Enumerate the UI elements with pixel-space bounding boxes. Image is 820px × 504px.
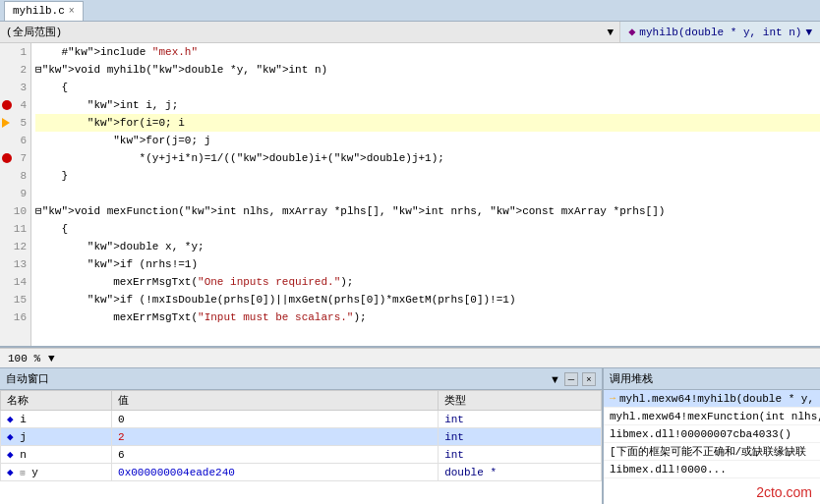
line-number: 16 [0, 308, 30, 326]
line-number: 15 [0, 291, 30, 308]
status-bar: 100 % ▼ [0, 348, 820, 367]
var-value-cell: 0x000000004eade240 [112, 464, 439, 481]
call-stack-text: myhl.mexw64!mexFunction(int nlhs, mx [610, 411, 820, 422]
auto-window-pin-button[interactable]: ─ [564, 372, 578, 386]
scope-left-label: (全局范围) [6, 25, 62, 39]
line-number: 14 [0, 273, 30, 291]
code-line: mexErrMsgTxt("Input must be scalars."); [35, 308, 820, 326]
code-line: "kw">if (nrhs!=1) [35, 255, 820, 273]
var-name: i [20, 414, 27, 425]
var-value: 0 [112, 411, 439, 428]
auto-window-close-button[interactable]: × [582, 372, 596, 386]
zoom-dropdown-arrow[interactable]: ▼ [48, 353, 55, 364]
var-name-cell: ◆ j [1, 428, 112, 446]
var-value: 0x000000004eade240 [118, 467, 235, 478]
var-icon: ◆ [7, 431, 14, 443]
call-stack-item[interactable]: myhl.mexw64!mexFunction(int nlhs, mx [604, 408, 820, 425]
col-header-name: 名称 [1, 391, 112, 411]
auto-window-table-container[interactable]: 名称 值 类型 ◆ i0int◆ j2int◆ n6int◆ ⊞ y0x0000… [0, 390, 602, 504]
var-value-cell: 2 [112, 428, 439, 446]
tab-bar: myhilb.c × [0, 0, 820, 22]
code-line: #"kw">include "mex.h" [35, 43, 820, 61]
line-number: 12 [0, 238, 30, 255]
line-number: 7 [0, 149, 30, 167]
var-name-cell: ◆ i [1, 411, 112, 428]
table-row[interactable]: ◆ ⊞ y0x000000004eade240double * [1, 464, 602, 481]
call-stack-arrow: → [610, 393, 615, 404]
call-stack-item[interactable]: →myhl.mexw64!myhilb(double * y, int n) : [604, 390, 820, 408]
var-name: y [31, 467, 38, 478]
call-stack-text: libmex.dll!00000007cba4033() [610, 428, 791, 440]
tab-close-button[interactable]: × [69, 6, 75, 17]
call-stack-text: myhl.mexw64!myhilb(double * y, int n) : [619, 393, 820, 405]
editor-area: 12345678910111213141516 #"kw">include "m… [0, 43, 820, 348]
scope-left-dropdown[interactable]: (全局范围) ▼ [0, 22, 620, 42]
var-name: j [20, 431, 27, 443]
line-number: 5 [0, 114, 30, 132]
var-type: int [444, 431, 464, 443]
line-numbers: 12345678910111213141516 [0, 43, 31, 346]
auto-window-title: 自动窗口 [6, 371, 49, 386]
line-number: 4 [0, 96, 30, 114]
line-number: 8 [0, 167, 30, 185]
line-number: 11 [0, 220, 30, 238]
scope-func-icon: ◆ [628, 25, 635, 39]
call-stack-text: libmex.dll!0000... [610, 464, 727, 476]
code-line: "kw">for(i=0; i [35, 114, 820, 132]
auto-window-dropdown[interactable]: ▼ [550, 373, 560, 385]
var-type-cell: double * [439, 464, 602, 481]
call-stack-item[interactable]: libmex.dll!0000... [604, 461, 820, 478]
col-header-type: 类型 [439, 391, 602, 411]
call-stack-item[interactable]: libmex.dll!00000007cba4033() [604, 425, 820, 443]
col-header-value: 值 [112, 391, 439, 411]
call-stack-header: 调用堆栈 [604, 368, 820, 390]
line-number: 1 [0, 43, 30, 61]
line-number: 3 [0, 79, 30, 96]
call-stack-title: 调用堆栈 [610, 371, 653, 386]
scope-right-arrow: ▼ [805, 27, 812, 38]
table-row[interactable]: ◆ i0int [1, 411, 602, 428]
code-line: { [35, 79, 820, 96]
auto-window-header: 自动窗口 ▼ ─ × [0, 368, 602, 390]
auto-window: 自动窗口 ▼ ─ × 名称 值 类型 ◆ i0int◆ j2int◆ n6int… [0, 368, 604, 504]
table-row[interactable]: ◆ j2int [1, 428, 602, 446]
var-value: 2 [118, 431, 125, 443]
call-stack-text: [下面的框架可能不正确和/或缺联缘缺联 [610, 444, 806, 459]
var-icon: ◆ [7, 467, 14, 478]
scope-right-label: myhilb(double * y, int n) [639, 27, 801, 38]
table-header-row: 名称 值 类型 [1, 391, 602, 411]
code-line: ⊟"kw">void mexFunction("kw">int nlhs, mx… [35, 202, 820, 220]
code-line: *(y+j+i*n)=1/(("kw">double)i+("kw">doubl… [35, 149, 820, 167]
code-content[interactable]: #"kw">include "mex.h"⊟"kw">void myhilb("… [31, 43, 820, 346]
scope-right-panel: ◆ myhilb(double * y, int n) ▼ [620, 22, 820, 42]
code-line [35, 185, 820, 202]
code-line: { [35, 220, 820, 238]
var-icon: ◆ [7, 449, 14, 461]
bottom-panels: 自动窗口 ▼ ─ × 名称 值 类型 ◆ i0int◆ j2int◆ n6int… [0, 367, 820, 504]
auto-window-controls: ▼ ─ × [550, 372, 596, 386]
line-number: 13 [0, 255, 30, 273]
var-type-cell: int [439, 411, 602, 428]
line-number: 2 [0, 61, 30, 79]
var-name: n [20, 449, 27, 461]
line-number: 9 [0, 185, 30, 202]
code-line: "kw">double x, *y; [35, 238, 820, 255]
call-stack-items: →myhl.mexw64!myhilb(double * y, int n) :… [604, 390, 820, 478]
var-value: 6 [112, 446, 439, 464]
table-row[interactable]: ◆ n6int [1, 446, 602, 464]
zoom-label: 100 % [8, 353, 40, 364]
scope-bar: (全局范围) ▼ ◆ myhilb(double * y, int n) ▼ [0, 22, 820, 43]
code-line: ⊟"kw">void myhilb("kw">double *y, "kw">i… [35, 61, 820, 79]
expand-icon[interactable]: ⊞ [20, 469, 25, 478]
call-stack-item[interactable]: [下面的框架可能不正确和/或缺联缘缺联 [604, 443, 820, 461]
code-line: } [35, 167, 820, 185]
var-type: int [444, 449, 464, 461]
code-line: "kw">for(j=0; j [35, 132, 820, 149]
scope-left-arrow: ▼ [608, 27, 615, 38]
editor-tab[interactable]: myhilb.c × [4, 1, 84, 21]
watermark: 2cto.com [756, 484, 812, 500]
code-line: "kw">int i, j; [35, 96, 820, 114]
line-number: 6 [0, 132, 30, 149]
tab-filename: myhilb.c [13, 5, 65, 17]
line-number: 10 [0, 202, 30, 220]
